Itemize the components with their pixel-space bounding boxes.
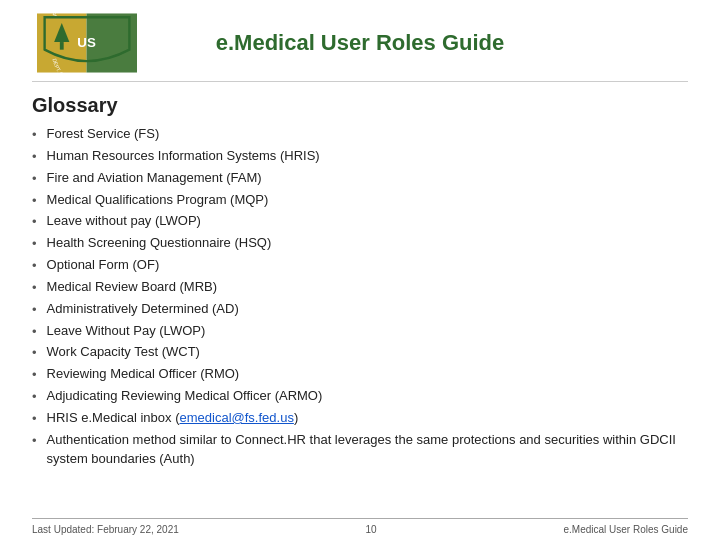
list-item: • Human Resources Information Systems (H… <box>32 147 688 167</box>
item-text: Optional Form (OF) <box>47 256 688 275</box>
bullet-icon: • <box>32 366 37 385</box>
list-item: • Reviewing Medical Officer (RMO) <box>32 365 688 385</box>
svg-rect-3 <box>60 42 64 50</box>
list-item: • Administratively Determined (AD) <box>32 300 688 320</box>
list-item: • Authentication method similar to Conne… <box>32 431 688 469</box>
item-text: Administratively Determined (AD) <box>47 300 688 319</box>
list-item: • Medical Review Board (MRB) <box>32 278 688 298</box>
item-text: Leave Without Pay (LWOP) <box>47 322 688 341</box>
item-text: Work Capacity Test (WCT) <box>47 343 688 362</box>
footer: Last Updated: February 22, 2021 10 e.Med… <box>32 518 688 540</box>
bullet-icon: • <box>32 235 37 254</box>
list-item: • Work Capacity Test (WCT) <box>32 343 688 363</box>
list-item: • Leave without pay (LWOP) <box>32 212 688 232</box>
item-text-with-link: HRIS e.Medical inbox (emedical@fs.fed.us… <box>47 409 688 428</box>
item-suffix: ) <box>294 410 298 425</box>
item-text: Reviewing Medical Officer (RMO) <box>47 365 688 384</box>
page: US FOREST SERVICE DEPT. OF AGRICULTURE e… <box>0 0 720 540</box>
list-item: • Forest Service (FS) <box>32 125 688 145</box>
bullet-icon: • <box>32 170 37 189</box>
page-title: e.Medical User Roles Guide <box>142 30 688 56</box>
list-item: • Leave Without Pay (LWOP) <box>32 322 688 342</box>
item-prefix: HRIS e.Medical inbox ( <box>47 410 180 425</box>
list-item: • Medical Qualifications Program (MQP) <box>32 191 688 211</box>
item-text: Authentication method similar to Connect… <box>47 431 688 469</box>
logo-container: US FOREST SERVICE DEPT. OF AGRICULTURE <box>32 10 142 75</box>
footer-center: 10 <box>366 524 377 535</box>
list-item: • Health Screening Questionnaire (HSQ) <box>32 234 688 254</box>
bullet-icon: • <box>32 192 37 211</box>
bullet-icon: • <box>32 148 37 167</box>
footer-right: e.Medical User Roles Guide <box>563 524 688 535</box>
svg-text:US: US <box>77 34 96 49</box>
footer-left: Last Updated: February 22, 2021 <box>32 524 179 535</box>
list-item: • Fire and Aviation Management (FAM) <box>32 169 688 189</box>
list-item: • HRIS e.Medical inbox (emedical@fs.fed.… <box>32 409 688 429</box>
item-text: Leave without pay (LWOP) <box>47 212 688 231</box>
bullet-icon: • <box>32 301 37 320</box>
bullet-icon: • <box>32 410 37 429</box>
item-text: Adjudicating Reviewing Medical Officer (… <box>47 387 688 406</box>
glossary-heading: Glossary <box>32 94 688 117</box>
item-text: Human Resources Information Systems (HRI… <box>47 147 688 166</box>
item-text: Health Screening Questionnaire (HSQ) <box>47 234 688 253</box>
bullet-icon: • <box>32 344 37 363</box>
list-item: • Optional Form (OF) <box>32 256 688 276</box>
list-item: • Adjudicating Reviewing Medical Officer… <box>32 387 688 407</box>
forest-service-logo: US FOREST SERVICE DEPT. OF AGRICULTURE <box>37 13 137 73</box>
email-link[interactable]: emedical@fs.fed.us <box>180 410 294 425</box>
header: US FOREST SERVICE DEPT. OF AGRICULTURE e… <box>32 0 688 82</box>
item-text: Forest Service (FS) <box>47 125 688 144</box>
bullet-icon: • <box>32 432 37 451</box>
bullet-icon: • <box>32 279 37 298</box>
bullet-icon: • <box>32 323 37 342</box>
item-text: Medical Review Board (MRB) <box>47 278 688 297</box>
bullet-icon: • <box>32 213 37 232</box>
item-text: Medical Qualifications Program (MQP) <box>47 191 688 210</box>
bullet-icon: • <box>32 126 37 145</box>
bullet-icon: • <box>32 388 37 407</box>
item-text: Fire and Aviation Management (FAM) <box>47 169 688 188</box>
bullet-icon: • <box>32 257 37 276</box>
glossary-list: • Forest Service (FS) • Human Resources … <box>32 125 688 471</box>
